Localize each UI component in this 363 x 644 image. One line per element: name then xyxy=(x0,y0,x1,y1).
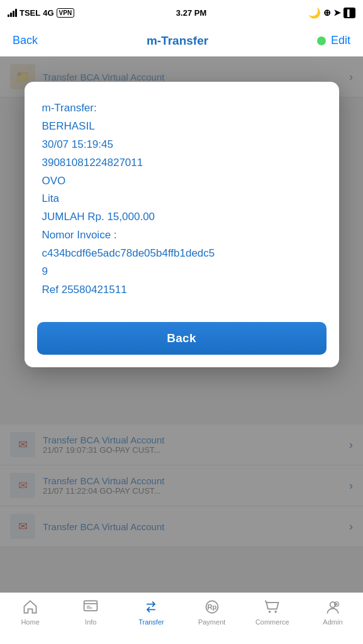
page-title: m-Transfer xyxy=(147,34,208,48)
svg-text:Rp: Rp xyxy=(207,603,216,611)
location-icon: ➤ xyxy=(333,8,341,18)
battery-icon: ▌ xyxy=(343,8,355,18)
modal-line-2: BERHASIL xyxy=(42,120,95,132)
info-icon xyxy=(81,598,100,616)
modal-line-10: 9 xyxy=(42,265,48,277)
info-modal: m-Transfer: BERHASIL 30/07 15:19:45 3908… xyxy=(25,82,339,367)
payment-icon: Rp xyxy=(203,598,221,616)
tab-admin-label: Admin xyxy=(323,618,342,626)
tab-home-label: Home xyxy=(21,618,39,626)
lock-icon: ⊕ xyxy=(323,8,331,18)
nav-bar: Back m-Transfer Edit xyxy=(0,25,363,57)
edit-button[interactable]: Edit xyxy=(331,34,350,47)
tab-payment[interactable]: Rp Payment xyxy=(182,598,242,626)
tab-commerce[interactable]: Commerce xyxy=(242,598,303,626)
modal-line-11: Ref 25580421511 xyxy=(42,284,127,296)
modal-line-7: JUMLAH Rp. 15,000.00 xyxy=(42,211,155,223)
tab-bar: Home Info Transfer Rp Pa xyxy=(0,592,363,644)
network-label: 4G xyxy=(43,8,53,18)
svg-point-6 xyxy=(269,611,271,613)
status-time: 3.27 PM xyxy=(176,8,206,18)
status-right: 🌙 ⊕ ➤ ▌ xyxy=(308,7,355,19)
modal-content: m-Transfer: BERHASIL 30/07 15:19:45 3908… xyxy=(25,82,339,312)
tab-info-label: Info xyxy=(85,618,96,626)
status-left: TSEL 4G VPN xyxy=(8,8,74,18)
tab-payment-label: Payment xyxy=(198,618,225,626)
transfer-icon xyxy=(142,598,160,616)
tab-info[interactable]: Info xyxy=(60,598,121,626)
status-dot xyxy=(317,36,326,45)
modal-overlay: m-Transfer: BERHASIL 30/07 15:19:45 3908… xyxy=(0,57,363,592)
vpn-label: VPN xyxy=(57,8,75,18)
tab-admin[interactable]: Admin xyxy=(303,598,363,626)
moon-icon: 🌙 xyxy=(308,7,321,19)
tab-commerce-label: Commerce xyxy=(255,618,289,626)
home-icon xyxy=(21,598,40,616)
svg-point-7 xyxy=(274,611,276,613)
modal-line-8: Nomor Invoice : xyxy=(42,229,117,241)
signal-bars xyxy=(8,9,17,17)
tab-transfer-label: Transfer xyxy=(138,618,164,626)
modal-footer: Back xyxy=(25,312,339,367)
modal-line-6: Lita xyxy=(42,192,59,204)
modal-line-3: 30/07 15:19:45 xyxy=(42,138,113,150)
carrier-label: TSEL xyxy=(20,8,40,18)
commerce-icon xyxy=(263,598,282,616)
tab-home[interactable]: Home xyxy=(0,598,60,626)
modal-line-1: m-Transfer: xyxy=(42,102,97,114)
modal-line-5: OVO xyxy=(42,175,66,187)
modal-back-button[interactable]: Back xyxy=(37,322,327,355)
status-bar: TSEL 4G VPN 3.27 PM 🌙 ⊕ ➤ ▌ xyxy=(0,0,363,25)
nav-right: Edit xyxy=(317,34,350,47)
modal-line-9: c434bcdf6e5adc78de05b4ffb1dedc5 xyxy=(42,247,215,259)
admin-icon xyxy=(323,598,342,616)
svg-line-8 xyxy=(265,601,266,602)
modal-line-4: 39081081224827011 xyxy=(42,157,143,169)
tab-transfer[interactable]: Transfer xyxy=(121,598,181,626)
back-button[interactable]: Back xyxy=(13,34,38,47)
svg-rect-0 xyxy=(84,601,98,611)
modal-text: m-Transfer: BERHASIL 30/07 15:19:45 3908… xyxy=(42,99,321,299)
